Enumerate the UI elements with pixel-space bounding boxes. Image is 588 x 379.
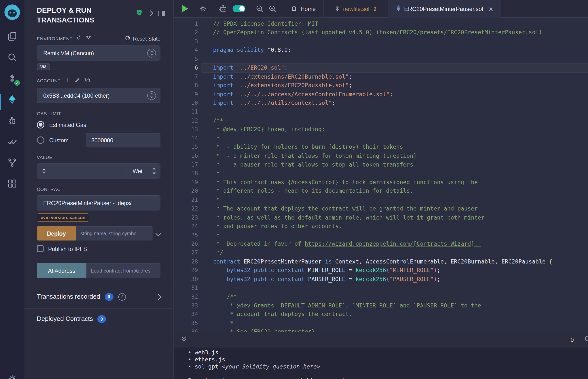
solidity-compiler-icon[interactable]: ✓ xyxy=(7,73,17,84)
code-line[interactable]: 30 bytes32 public constant PAUSER_ROLE =… xyxy=(174,275,588,284)
code-line[interactable]: 3 xyxy=(174,37,588,46)
code-line[interactable]: 32 /** xyxy=(174,293,588,301)
code-line[interactable]: 21 * xyxy=(174,196,588,205)
terminal-link-line[interactable]: • ethers.js xyxy=(188,356,588,363)
transactions-count-badge: 0 xyxy=(105,293,113,300)
plugin-manager-icon[interactable] xyxy=(7,178,17,189)
add-account-icon[interactable] xyxy=(64,77,70,84)
zoom-in-icon[interactable] xyxy=(268,4,277,13)
unit-testing-icon[interactable] xyxy=(7,137,17,147)
code-line[interactable]: 36 * See {ERC20-constructor}. xyxy=(174,328,588,332)
code-line[interactable]: 7import "../extensions/ERC20Burnable.sol… xyxy=(174,72,588,81)
code-line[interactable]: 20 * different roles - head to its docum… xyxy=(174,187,588,196)
code-line[interactable]: 35 * xyxy=(174,319,588,328)
code-line[interactable]: 16 * - a minter role that allows for tok… xyxy=(174,152,588,160)
code-line[interactable]: 33 * @dev Grants `DEFAULT_ADMIN_ROLE`, `… xyxy=(174,301,588,310)
select-stepper-icon xyxy=(147,48,156,57)
value-unit-select[interactable]: Wei xyxy=(127,164,160,178)
expand-deploy-options-icon[interactable] xyxy=(155,231,161,237)
code-line[interactable]: 10import "../../../utils/Context.sol"; xyxy=(174,99,588,108)
code-editor[interactable]: 1// SPDX-License-Identifier: MIT2// Open… xyxy=(174,17,588,332)
reset-state-button[interactable]: Reset State xyxy=(125,35,160,42)
search-icon[interactable] xyxy=(7,52,17,63)
value-input[interactable] xyxy=(37,164,126,178)
deployed-count-badge: 0 xyxy=(97,315,106,323)
sign-message-icon[interactable] xyxy=(74,77,80,84)
code-line[interactable]: 5 xyxy=(174,55,588,63)
publish-ipfs-checkbox[interactable] xyxy=(37,245,44,252)
code-line[interactable]: 26 * _Deprecated in favor of https://wiz… xyxy=(174,240,588,249)
code-line[interactable]: 4pragma solidity ^0.8.0; xyxy=(174,46,588,55)
code-line[interactable]: 2// OpenZeppelin Contracts (last updated… xyxy=(174,28,588,37)
code-line[interactable]: 24 * and pauser roles to other accounts. xyxy=(174,222,588,231)
deploy-button[interactable]: Deploy xyxy=(37,226,76,240)
custom-gas-radio[interactable] xyxy=(37,137,45,144)
code-line[interactable]: 8import "../extensions/ERC20Pausable.sol… xyxy=(174,81,588,90)
code-line[interactable]: 17 * - a pauser role that allows to stop… xyxy=(174,160,588,169)
zoom-out-icon[interactable] xyxy=(255,4,264,13)
at-address-button[interactable]: At Address xyxy=(37,263,86,278)
tab-newfile[interactable]: newfile.sol 2 xyxy=(323,0,388,17)
code-line[interactable]: 23 * roles, as well as the default admin… xyxy=(174,213,588,222)
custom-gas-input[interactable] xyxy=(86,133,160,147)
account-select[interactable]: 0x5B3...eddC4 (100 ether) xyxy=(37,88,160,103)
pin-panel-icon[interactable] xyxy=(158,11,165,16)
file-explorer-icon[interactable] xyxy=(7,31,17,42)
collapse-panel-icon[interactable] xyxy=(147,11,153,16)
vm-badge: VM xyxy=(37,63,50,70)
remix-logo-icon[interactable] xyxy=(4,4,20,20)
code-line[interactable]: 31 xyxy=(174,284,588,293)
solidity-file-icon xyxy=(396,5,401,13)
file-tabs: Home newfile.sol 2 ERC20PresetMinterPaus… xyxy=(283,0,501,17)
shield-icon[interactable] xyxy=(136,9,143,17)
settings-icon[interactable] xyxy=(7,373,17,379)
code-line[interactable]: 11 xyxy=(174,108,588,116)
evm-version-badge: evm version: cancun xyxy=(37,213,89,222)
code-line[interactable]: 1// SPDX-License-Identifier: MIT xyxy=(174,19,588,28)
code-line[interactable]: 14 * xyxy=(174,134,588,143)
plug-icon[interactable] xyxy=(76,35,82,42)
git-icon[interactable] xyxy=(7,158,17,168)
close-tab-icon[interactable]: × xyxy=(489,5,493,13)
estimated-gas-radio[interactable] xyxy=(37,121,45,128)
info-icon[interactable]: i xyxy=(118,293,126,300)
terminal-toolbar: 0 xyxy=(174,332,588,348)
copy-account-icon[interactable] xyxy=(84,77,91,84)
copilot-toggle[interactable] xyxy=(232,5,245,12)
constructor-args-input[interactable] xyxy=(76,226,152,240)
home-icon xyxy=(291,5,297,13)
code-line[interactable]: 15 * - ability for holders to burn (dest… xyxy=(174,143,588,152)
compile-settings-icon[interactable] xyxy=(198,4,207,13)
code-line[interactable]: 29 bytes32 public constant MINTER_ROLE =… xyxy=(174,266,588,275)
environment-select[interactable]: Remix VM (Cancun) xyxy=(37,46,160,61)
code-line[interactable]: 28contract ERC20PresetMinterPauser is Co… xyxy=(174,257,588,266)
code-line[interactable]: 34 * account that deploys the contract. xyxy=(174,310,588,319)
tab-erc20presetminterpauser[interactable]: ERC20PresetMinterPauser.sol × xyxy=(388,0,501,17)
debugger-icon[interactable] xyxy=(7,115,17,126)
editor-area: Home newfile.sol 2 ERC20PresetMinterPaus… xyxy=(174,0,588,379)
deploy-run-icon[interactable] xyxy=(7,94,17,105)
terminal-search-icon[interactable] xyxy=(584,334,588,345)
terminal-link-line[interactable]: • web3.js xyxy=(188,349,588,356)
expand-terminal-icon[interactable] xyxy=(180,335,187,344)
expand-transactions-icon[interactable] xyxy=(155,294,161,300)
fork-environment-icon[interactable] xyxy=(86,35,91,42)
code-line[interactable]: 27 */ xyxy=(174,249,588,257)
contract-select[interactable]: ERC20PresetMinterPauser - .deps/ xyxy=(37,195,160,210)
code-line[interactable]: 9import "../../../access/AccessControlEn… xyxy=(174,90,588,99)
remix-ide: ✓ DEPLOY & RUN TRANSACTIONS xyxy=(0,0,588,379)
terminal[interactable]: • web3.js• ethers.js• sol-gpt <your Soli… xyxy=(174,347,588,379)
tab-home[interactable]: Home xyxy=(283,0,323,17)
code-line[interactable]: 25 * xyxy=(174,231,588,240)
code-line[interactable]: 6import "../ERC20.sol"; xyxy=(174,63,588,72)
code-line[interactable]: 12/** xyxy=(174,116,588,125)
run-script-icon[interactable] xyxy=(182,5,188,13)
code-line[interactable]: 19 * This contract uses {AccessControl} … xyxy=(174,178,588,187)
code-line[interactable]: 18 * xyxy=(174,169,588,178)
deployed-contracts-row: Deployed Contracts 0 xyxy=(37,309,160,323)
at-address-input[interactable] xyxy=(86,263,160,278)
ai-copilot-icon[interactable] xyxy=(218,4,228,14)
code-line[interactable]: 13 * @dev {ERC20} token, including: xyxy=(174,125,588,134)
transactions-recorded-row[interactable]: Transactions recorded 0 i xyxy=(37,285,160,308)
code-line[interactable]: 22 * The account that deploys the contra… xyxy=(174,205,588,213)
